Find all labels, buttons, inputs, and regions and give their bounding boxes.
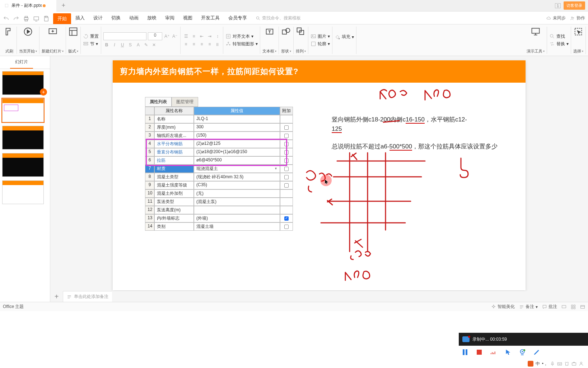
prop-value[interactable]: 混凝土墙 [194, 222, 280, 231]
tab-transition[interactable]: 切换 [107, 13, 125, 24]
add-slide-button[interactable]: + [40, 88, 47, 96]
new-slide-button[interactable]: 新建幻灯片▾ [39, 27, 66, 54]
italic-button[interactable]: I [111, 42, 118, 48]
numbering-button[interactable]: ≡ [191, 33, 197, 40]
prop-value[interactable] [194, 206, 280, 214]
prop-value[interactable]: (2)⌀12@125 [194, 140, 280, 148]
prop-extra-check[interactable] [280, 132, 293, 140]
prop-extra-check[interactable] [280, 198, 293, 206]
prop-extra-check[interactable] [280, 214, 293, 222]
slide-thumb[interactable] [2, 153, 48, 177]
tab-insert[interactable]: 插入 [71, 13, 89, 24]
tab-start[interactable]: 开始 [53, 13, 71, 24]
prop-extra-check[interactable] [280, 156, 293, 165]
prop-extra-check[interactable] [280, 123, 293, 132]
tab-animation[interactable]: 动画 [125, 13, 143, 24]
tab-vip[interactable]: 会员专享 [224, 13, 251, 24]
align-center-button[interactable]: ≡ [191, 41, 197, 47]
columns-button[interactable]: ⫼ [214, 41, 221, 47]
window-count-badge[interactable]: 1 [555, 3, 561, 8]
preview-icon[interactable] [33, 15, 39, 22]
bold-button[interactable]: B [103, 42, 110, 48]
print-icon[interactable] [23, 15, 29, 22]
arrange-button[interactable]: 排列▾ [294, 27, 308, 54]
font-color-button[interactable]: A [135, 42, 141, 48]
tab-devtools[interactable]: 开发工具 [197, 13, 224, 24]
document-tab[interactable]: 果件 - 副本.pptx [0, 0, 56, 12]
present-tools-button[interactable]: 演示工具▾ [524, 27, 547, 54]
beautify-button[interactable]: 智能美化 [491, 304, 515, 310]
tab-review[interactable]: 审阅 [161, 13, 179, 24]
slides-tab[interactable]: 幻灯片 [10, 56, 33, 69]
notes-toggle[interactable]: 备注▾ [519, 304, 538, 310]
underline-button[interactable]: U [119, 42, 126, 48]
tab-slideshow[interactable]: 放映 [143, 13, 161, 24]
outline-button[interactable]: 轮廓▾ [311, 41, 330, 47]
prop-extra-check[interactable] [280, 181, 293, 189]
shape-button[interactable]: 形状▾ [279, 27, 294, 54]
prop-extra-check[interactable] [280, 140, 293, 148]
section-button[interactable]: 节▾ [83, 41, 99, 47]
outline-tab[interactable] [0, 56, 10, 69]
align-text-button[interactable]: 对齐文本▾ [225, 33, 258, 40]
prop-tab-layers[interactable]: 图层管理 [172, 97, 198, 107]
textbox-button[interactable]: 文本框▾ [260, 27, 279, 54]
justify-button[interactable]: ≡ [206, 41, 213, 47]
prop-tab-list[interactable]: 属性列表 [145, 97, 172, 107]
prop-extra-check[interactable] [280, 206, 293, 214]
slide-thumb[interactable]: + [2, 71, 48, 95]
slide-canvas[interactable]: 剪力墙内外竖向钢筋不一样，拉筋间距如何设置? 属性列表 图层管理 属性名称 属性… [113, 60, 526, 290]
format-painter-button[interactable]: 式刷 [2, 27, 17, 54]
select-button[interactable]: 选择▾ [571, 27, 586, 54]
indent-left-button[interactable]: ⇤ [199, 33, 205, 40]
collab-button[interactable]: 协作 [570, 15, 585, 21]
prop-value[interactable]: 300 [194, 123, 280, 132]
prop-extra-check[interactable] [280, 165, 293, 173]
prop-value[interactable]: (现浇砼 碎石40mm 32.5) [194, 173, 280, 181]
image-button[interactable]: 图片▾ [311, 33, 330, 40]
align-left-button[interactable]: ≡ [183, 41, 189, 47]
redo-icon[interactable] [13, 15, 19, 22]
prop-value[interactable]: ⌀6@450*500 [194, 156, 280, 165]
indent-right-button[interactable]: ⇥ [206, 33, 213, 40]
prop-value[interactable]: (1)⌀18@200+(1)⌀16@150 [194, 148, 280, 156]
prop-extra-check[interactable] [280, 222, 293, 231]
undo-icon[interactable] [3, 15, 9, 22]
prop-value[interactable]: (C35) [194, 181, 280, 189]
find-button[interactable]: 查找 [549, 33, 569, 40]
font-family-select[interactable] [103, 32, 146, 40]
fill-button[interactable]: 填充▾ [335, 34, 354, 40]
reset-button[interactable]: 重置 [83, 33, 99, 40]
slide-thumb[interactable] [2, 180, 48, 204]
tab-design[interactable]: 设计 [89, 13, 107, 24]
notes-bar[interactable]: 单击此处添加备注 [63, 291, 112, 302]
prop-value[interactable]: 现浇混凝土▼ [194, 165, 280, 173]
bullets-button[interactable]: ☰ [183, 33, 189, 40]
smart-graphic-button[interactable]: 转智能图形▾ [225, 41, 258, 47]
prop-extra-check[interactable] [280, 189, 293, 198]
normal-view-icon[interactable] [561, 304, 566, 309]
prop-value[interactable]: (150) [194, 132, 280, 140]
line-spacing-button[interactable]: ↕ [214, 33, 221, 40]
comments-button[interactable]: 批注 [542, 304, 557, 310]
prop-value[interactable]: (外墙) [194, 214, 280, 222]
reading-view-icon[interactable] [580, 304, 585, 309]
slide-thumb[interactable] [2, 98, 48, 122]
sync-status[interactable]: 未同步 [546, 15, 566, 21]
guest-login-button[interactable]: 访客登录 [564, 1, 585, 10]
prop-value[interactable]: (混凝土泵) [194, 198, 280, 206]
prop-value[interactable]: (无) [194, 189, 280, 198]
slide-thumb[interactable] [2, 126, 48, 150]
grow-font-button[interactable]: A⁺ [164, 33, 170, 40]
replace-button[interactable]: 替换▾ [549, 41, 569, 47]
save-icon[interactable] [43, 15, 50, 22]
tab-view[interactable]: 视图 [179, 13, 197, 24]
highlight-button[interactable]: ✎ [143, 42, 149, 48]
prop-extra-check[interactable] [280, 115, 293, 123]
add-slide-bottom-button[interactable]: + [50, 291, 63, 302]
prop-extra-check[interactable] [280, 173, 293, 181]
command-search[interactable]: 查找命令、搜索模板 [256, 15, 301, 24]
font-size-select[interactable]: 0 [148, 32, 162, 40]
layout-button[interactable]: 版式▾ [66, 27, 81, 54]
from-current-button[interactable]: 当页开始▾ [17, 27, 39, 54]
